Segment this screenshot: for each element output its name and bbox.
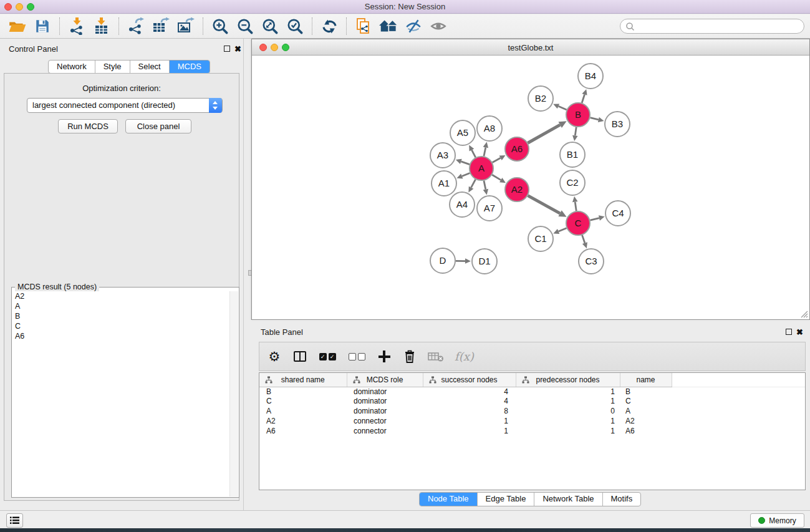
graph-node-A6[interactable]: A6: [505, 137, 529, 161]
network-graph[interactable]: AA1A2A3A4A5A6A7A8BB1B2B3B4CC1C2C3C4DD1: [252, 56, 809, 319]
memory-button[interactable]: Memory: [750, 513, 804, 528]
import-network-icon[interactable]: [64, 16, 89, 37]
result-list-item[interactable]: C: [12, 321, 229, 331]
graph-edge-A-A2[interactable]: [492, 175, 506, 183]
graph-node-D1[interactable]: D1: [472, 249, 497, 274]
run-mcds-button[interactable]: Run MCDS: [58, 119, 118, 133]
export-network-icon[interactable]: [123, 16, 148, 37]
graph-edge-A6-B[interactable]: [528, 121, 566, 143]
refresh-icon[interactable]: [317, 16, 342, 37]
search-field[interactable]: [620, 19, 804, 34]
column-header[interactable]: MCDS role: [347, 373, 423, 387]
graph-node-C[interactable]: C: [566, 211, 590, 235]
save-session-icon[interactable]: [30, 16, 55, 37]
graph-edge-A-A6[interactable]: [493, 155, 506, 162]
import-table-icon[interactable]: [89, 16, 114, 37]
column-header[interactable]: name: [620, 373, 672, 387]
graph-edge-B-B2[interactable]: [553, 104, 566, 110]
table-row[interactable]: A6connector11A6: [259, 427, 805, 437]
zoom-out-icon[interactable]: [233, 16, 258, 37]
graph-edge-B-B3[interactable]: [590, 117, 604, 122]
resize-grip-icon[interactable]: [799, 309, 808, 318]
network-window-titlebar[interactable]: testGlobe.txt: [252, 39, 809, 56]
close-panel-icon[interactable]: ✖: [234, 45, 241, 53]
graph-edge-A-A5[interactable]: [469, 145, 475, 157]
graph-node-B4[interactable]: B4: [578, 64, 603, 89]
tab-edge-table[interactable]: Edge Table: [477, 493, 534, 506]
result-list-item[interactable]: B: [12, 311, 229, 321]
new-network-from-file-icon[interactable]: [351, 16, 376, 37]
graph-node-C1[interactable]: C1: [528, 226, 553, 251]
table-row[interactable]: Cdominator41C: [259, 397, 805, 407]
criterion-select[interactable]: largest connected component (directed): [27, 98, 223, 113]
result-scrollbar[interactable]: [229, 291, 238, 496]
graph-edge-C-C2[interactable]: [572, 196, 578, 211]
float-table-panel-icon[interactable]: [786, 329, 792, 335]
result-list-item[interactable]: A: [12, 301, 229, 311]
zoom-fit-icon[interactable]: [258, 16, 282, 37]
graph-node-B[interactable]: B: [566, 103, 590, 127]
result-list-item[interactable]: A2: [12, 291, 229, 301]
graph-edge-A2-C[interactable]: [528, 196, 567, 217]
show-selected-icon[interactable]: [426, 16, 451, 37]
add-column-icon[interactable]: [377, 348, 392, 365]
table-row[interactable]: A2connector11A2: [259, 417, 805, 427]
graph-node-C3[interactable]: C3: [579, 249, 604, 274]
show-columns-icon[interactable]: [292, 348, 307, 365]
zoom-selected-icon[interactable]: [282, 16, 307, 37]
graph-node-A3[interactable]: A3: [430, 143, 455, 168]
tab-select[interactable]: Select: [130, 60, 169, 73]
graph-edge-C-C3[interactable]: [582, 235, 587, 248]
graph-node-C4[interactable]: C4: [605, 201, 630, 226]
tab-motifs[interactable]: Motifs: [602, 493, 641, 506]
select-all-columns-icon[interactable]: ✓✓: [318, 348, 337, 365]
result-list-item[interactable]: A6: [12, 331, 229, 341]
graph-node-B2[interactable]: B2: [528, 86, 553, 111]
graph-node-B1[interactable]: B1: [560, 142, 585, 167]
network-canvas[interactable]: AA1A2A3A4A5A6A7A8BB1B2B3B4CC1C2C3C4DD1: [252, 56, 809, 319]
column-header[interactable]: predecessor nodes: [516, 373, 620, 387]
tab-network-table[interactable]: Network Table: [534, 493, 602, 506]
float-panel-icon[interactable]: [224, 46, 230, 52]
home-view-icon[interactable]: [376, 16, 401, 37]
graph-edge-A-A3[interactable]: [456, 159, 470, 165]
graph-edge-A-A8[interactable]: [483, 142, 488, 157]
graph-node-A4[interactable]: A4: [450, 192, 475, 217]
graph-edge-B-B1[interactable]: [572, 127, 578, 141]
close-panel-button[interactable]: Close panel: [125, 119, 191, 133]
column-header[interactable]: shared name: [259, 373, 347, 387]
export-image-icon[interactable]: [173, 16, 198, 37]
graph-edge-A-A1[interactable]: [456, 173, 470, 178]
graph-node-B3[interactable]: B3: [605, 112, 630, 137]
close-table-panel-icon[interactable]: ✖: [796, 328, 803, 336]
table-row[interactable]: Adominator80A: [259, 407, 805, 417]
graph-node-A2[interactable]: A2: [505, 178, 529, 201]
graph-node-A8[interactable]: A8: [477, 116, 502, 141]
table-row[interactable]: Bdominator41B: [259, 387, 805, 397]
export-table-icon[interactable]: [148, 16, 173, 37]
graph-edge-A-A7[interactable]: [483, 181, 488, 195]
table-settings-gear-icon[interactable]: ⚙: [267, 348, 282, 365]
delete-column-icon[interactable]: [402, 348, 417, 365]
graph-edge-C-C4[interactable]: [590, 215, 604, 220]
graph-edge-C-C1[interactable]: [553, 228, 566, 234]
tab-mcds[interactable]: MCDS: [169, 60, 210, 73]
graph-node-A[interactable]: A: [470, 157, 493, 180]
tab-network[interactable]: Network: [49, 60, 95, 73]
graph-node-C2[interactable]: C2: [560, 170, 585, 195]
zoom-in-icon[interactable]: [208, 16, 233, 37]
graph-node-A5[interactable]: A5: [450, 120, 475, 145]
graph-node-D[interactable]: D: [430, 248, 455, 273]
task-history-button[interactable]: [6, 513, 23, 528]
graph-node-A7[interactable]: A7: [477, 196, 502, 221]
graph-edge-B-B4[interactable]: [582, 89, 587, 103]
open-session-icon[interactable]: [5, 16, 30, 37]
tab-node-table[interactable]: Node Table: [420, 493, 477, 506]
search-input[interactable]: [638, 21, 797, 32]
hide-selected-icon[interactable]: [401, 16, 426, 37]
column-header[interactable]: successor nodes: [423, 373, 516, 387]
graph-edge-A-A4[interactable]: [468, 180, 475, 193]
graph-edge-D-D1[interactable]: [456, 258, 471, 264]
tab-style[interactable]: Style: [95, 60, 130, 73]
graph-node-A1[interactable]: A1: [432, 171, 456, 196]
